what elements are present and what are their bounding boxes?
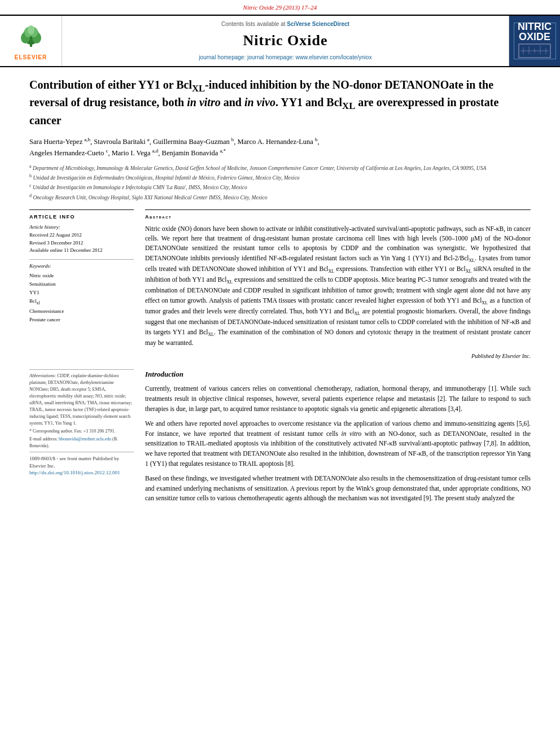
journal-logo-right: NITRIC OXIDE <box>509 16 560 65</box>
footnotes-box: Abbreviations: CDDP, cisplatin-diamine-d… <box>29 369 134 449</box>
contents-available-text: Contents lists available at <box>221 21 285 27</box>
journal-reference: Nitric Oxide 29 (2013) 17–24 <box>243 4 317 11</box>
article-body: Contribution of either YY1 or BclXL-indu… <box>0 67 560 518</box>
affiliation-b: b Unidad de Investigación en Enfermedade… <box>29 173 531 182</box>
sciverse-link[interactable]: SciVerse ScienceDirect <box>287 21 349 27</box>
article-title: Contribution of either YY1 or BclXL-indu… <box>29 77 531 128</box>
journal-reference-bar: Nitric Oxide 29 (2013) 17–24 <box>0 0 560 15</box>
elsevier-logo-left: ELSEVIER <box>0 16 62 65</box>
keyword-nitric-oxide: Nitric oxide <box>29 272 134 280</box>
journal-title: Nitric Oxide <box>243 30 328 51</box>
received-date: Received 22 August 2012 <box>29 231 134 239</box>
keyword-bcl: Bclxl <box>29 297 134 307</box>
intro-para-1: Currently, treatment of various cancers … <box>145 384 531 414</box>
journal-header: ELSEVIER Contents lists available at Sci… <box>0 15 560 67</box>
nitric-oxide-logo-box: NITRIC OXIDE <box>514 23 556 59</box>
doi-link[interactable]: http://dx.doi.org/10.1016/j.niox.2012.12… <box>29 470 120 475</box>
abstract-column: Abstract Nitric oxide (NO) donors have b… <box>145 209 531 360</box>
svg-point-6 <box>28 25 34 34</box>
abstract-box: Abstract Nitric oxide (NO) donors have b… <box>145 209 531 360</box>
introduction-heading: Introduction <box>145 369 531 379</box>
page: Nitric Oxide 29 (2013) 17–24 ELSEVIER <box>0 0 560 747</box>
journal-homepage: journal homepage: journal homepage: www.… <box>199 54 371 62</box>
elsevier-brand-text: ELSEVIER <box>15 54 47 62</box>
homepage-label: journal homepage: <box>199 54 247 60</box>
abbreviations: Abbreviations: CDDP, cisplatin-diamine-d… <box>29 373 134 427</box>
affiliation-c: c Unidad de Investigación en Inmunología… <box>29 182 531 191</box>
no-logo-subtitle <box>518 43 552 60</box>
keywords-label: Keywords: <box>29 263 134 270</box>
affiliation-d: d Oncology Research Unit, Oncology Hospi… <box>29 193 531 202</box>
abbrev-label: Abbreviations: <box>29 373 57 378</box>
body-two-col-section: We and others have reported novel approa… <box>145 419 531 509</box>
authors-line: Sara Huerta-Yepez a,b, Stavroula Baritak… <box>29 136 531 159</box>
abbrev-text: CDDP, cisplatin-diamine-dichloro platinu… <box>29 373 132 426</box>
available-date: Available online 11 December 2012 <box>29 247 134 255</box>
published-by: Published by Elsevier Inc. <box>145 352 531 360</box>
intro-para-3: Based on these findings, we investigated… <box>145 474 531 504</box>
revised-date: Revised 3 December 2012 <box>29 239 134 247</box>
article-info-box: ARTICLE INFO Article history: Received 2… <box>29 209 134 324</box>
elsevier-logo-image <box>8 21 54 52</box>
keyword-chemoresistance: Chemoresistance <box>29 307 134 316</box>
article-info-title: ARTICLE INFO <box>29 213 134 221</box>
keyword-sensitization: Sensitization <box>29 280 134 289</box>
article-info-abstract-section: ARTICLE INFO Article history: Received 2… <box>29 209 531 360</box>
article-info-column: ARTICLE INFO Article history: Received 2… <box>29 209 134 360</box>
body-section: Abbreviations: CDDP, cisplatin-diamine-d… <box>29 369 531 508</box>
introduction-column: Introduction Currently, treatment of var… <box>145 369 531 508</box>
abstract-text: Nitric oxide (NO) donors have been shown… <box>145 224 531 348</box>
affiliation-a: a Department of Microbiology, Immunology… <box>29 163 531 172</box>
email-address[interactable]: bbonavida@mednet.ucla.edu <box>59 436 111 442</box>
keywords-section: Keywords: Nitric oxide Sensitization YY1… <box>29 259 134 325</box>
keyword-prostate-cancer: Prostate cancer <box>29 316 134 324</box>
affiliations: a Department of Microbiology, Immunology… <box>29 163 531 202</box>
doi-line: http://dx.doi.org/10.1016/j.niox.2012.12… <box>29 469 134 477</box>
keyword-yy1: YY1 <box>29 289 134 297</box>
footnotes-column: Abbreviations: CDDP, cisplatin-diamine-d… <box>29 369 134 508</box>
introduction-text: Currently, treatment of various cancers … <box>145 384 531 414</box>
right-body-text: We and others have reported novel approa… <box>145 419 531 509</box>
article-history: Article history: Received 22 August 2012… <box>29 224 134 255</box>
email-label: E-mail address: <box>29 436 59 442</box>
bottom-info: 1089-8603/$ - see front matter Published… <box>29 452 134 477</box>
sciverse-availability: Contents lists available at SciVerse Sci… <box>221 20 349 28</box>
history-label: Article history: <box>29 224 134 231</box>
journal-center-header: Contents lists available at SciVerse Sci… <box>62 16 509 65</box>
no-logo-title1: NITRIC <box>518 21 552 32</box>
corresponding-author: * Corresponding author. Fax: +1 310 206 … <box>29 428 134 435</box>
elsevier-tree-icon <box>17 25 45 47</box>
issn-line: 1089-8603/$ - see front matter Published… <box>29 455 134 469</box>
abstract-title: Abstract <box>145 213 531 221</box>
email-line: E-mail address: bbonavida@mednet.ucla.ed… <box>29 436 134 449</box>
homepage-url[interactable]: journal homepage: www.elsevier.com/locat… <box>247 54 372 60</box>
intro-para-2: We and others have reported novel approa… <box>145 419 531 469</box>
no-logo-title2: OXIDE <box>519 32 550 42</box>
